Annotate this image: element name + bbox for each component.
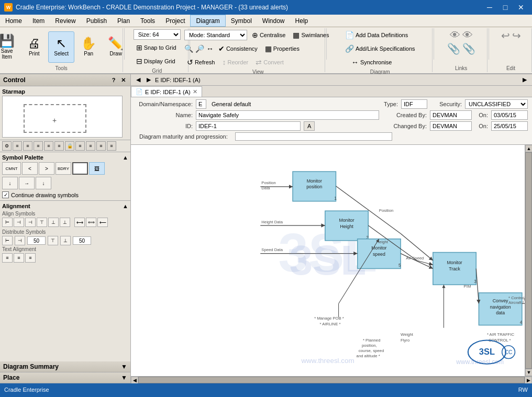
align-left[interactable]: ⊢ <box>2 218 13 227</box>
tool-btn-4[interactable]: ≡ <box>34 141 43 151</box>
sym-bdry[interactable]: BDRY <box>56 162 71 175</box>
distribute-input-1[interactable]: 50 <box>27 236 46 245</box>
align-top[interactable]: ⊤ <box>37 218 47 227</box>
alignment-collapse[interactable]: ▲ <box>123 203 128 209</box>
text-left[interactable]: ≡ <box>2 253 13 263</box>
tab-idef1[interactable]: 📄 E IDF: IDEF-1 (A) ✕ <box>131 86 202 97</box>
created-on-field[interactable] <box>491 110 528 120</box>
nav-forward-button[interactable]: ▶ <box>145 76 153 84</box>
align-dist-3[interactable]: ⟵ <box>97 218 108 227</box>
id-btn[interactable]: A <box>304 121 315 131</box>
draw-button[interactable]: ✏️ Draw <box>103 31 129 63</box>
tool-btn-9[interactable]: ≡ <box>86 141 95 151</box>
align-dist-v[interactable]: ⟺ <box>86 218 96 227</box>
convert-button[interactable]: ⇄ Convert <box>253 56 286 68</box>
security-select[interactable]: UNCLASSIFIED <box>465 99 528 109</box>
menu-diagram[interactable]: Diagram <box>190 15 225 27</box>
scroll-thumb-h[interactable] <box>138 377 525 383</box>
tab-close-button[interactable]: ✕ <box>193 88 197 95</box>
select-button[interactable]: ↖ Select <box>48 31 74 63</box>
summary-expand[interactable]: ▼ <box>121 363 127 370</box>
diagram-canvas[interactable]: 3SL www.threesl.com 3SL www.threesl.com … <box>131 145 525 376</box>
menu-review[interactable]: Review <box>50 15 81 27</box>
dist-icon-2[interactable]: ⊣ <box>15 236 25 245</box>
menu-item[interactable]: Item <box>27 15 50 27</box>
print-button[interactable]: 🖨 Print <box>21 31 47 63</box>
text-right[interactable]: ≡ <box>25 253 36 263</box>
menu-publish[interactable]: Publish <box>81 15 112 27</box>
maturity-bar[interactable] <box>235 132 392 141</box>
sym-next[interactable]: > <box>39 162 54 175</box>
changed-by-field[interactable] <box>430 121 472 131</box>
align-center-h[interactable]: ⊥ <box>48 218 59 227</box>
align-right[interactable]: ⊣ <box>25 218 36 227</box>
sym-arrow-down[interactable]: ↓ <box>2 177 18 189</box>
reorder-button[interactable]: ↕ Reorder <box>219 56 251 68</box>
sym-rect[interactable] <box>72 162 88 175</box>
sym-arrow-down2[interactable]: ↓ <box>36 177 51 189</box>
menu-tools[interactable]: Tools <box>135 15 160 27</box>
continue-drawing-checkbox[interactable] <box>2 191 9 198</box>
menu-plan[interactable]: Plan <box>112 15 135 27</box>
tool-btn-2[interactable]: ≡ <box>13 141 22 151</box>
distribute-input-2[interactable]: 50 <box>73 236 91 245</box>
tool-btn-6[interactable]: ≡ <box>54 141 64 151</box>
tool-btn-8[interactable]: ≡ <box>75 141 85 151</box>
menu-window[interactable]: Window <box>257 15 290 27</box>
dist-icon-1[interactable]: ⊢ <box>2 236 13 245</box>
tool-btn-5[interactable]: ≡ <box>44 141 53 151</box>
display-grid-button[interactable]: ⊟ Display Grid <box>134 55 178 67</box>
maximize-button[interactable]: □ <box>498 2 512 13</box>
menu-symbol[interactable]: Symbol <box>226 15 257 27</box>
dist-icon-3[interactable]: ⊤ <box>48 236 58 245</box>
name-field[interactable] <box>196 110 379 120</box>
created-by-field[interactable] <box>430 110 472 120</box>
tool-btn-10[interactable]: ≡ <box>96 141 106 151</box>
pan-button[interactable]: ✋ Pan <box>75 31 102 63</box>
menu-home[interactable]: Home <box>0 15 27 27</box>
domain-field[interactable] <box>196 99 206 109</box>
help-button[interactable]: ? <box>109 76 118 84</box>
place-expand[interactable]: ▼ <box>121 374 127 381</box>
scroll-left-button[interactable]: ◀ <box>131 377 138 383</box>
sym-cmnt[interactable]: CMNT <box>2 162 21 175</box>
horizontal-scrollbar[interactable]: ◀ ▶ <box>131 376 532 383</box>
synchronise-button[interactable]: ↔ Synchronise <box>342 56 395 68</box>
text-center[interactable]: ≡ <box>14 253 24 263</box>
save-item-button[interactable]: 💾 Save Item <box>0 31 20 63</box>
type-field[interactable] <box>401 99 427 109</box>
scroll-right-button[interactable]: ▶ <box>525 377 532 383</box>
changed-on-field[interactable] <box>491 121 528 131</box>
minimize-button[interactable]: ─ <box>483 2 496 13</box>
menu-help[interactable]: Help <box>290 15 314 27</box>
panel-close-button[interactable]: ✕ <box>119 76 127 84</box>
snap-to-grid-button[interactable]: ⊞ Snap to Grid <box>134 42 179 53</box>
id-field[interactable] <box>196 121 301 131</box>
sym-arrow-right[interactable]: → <box>19 177 35 189</box>
nav-back-button[interactable]: ◀ <box>134 76 142 84</box>
properties-button[interactable]: ▦ Properties <box>262 43 302 54</box>
consistency-button[interactable]: ✔ Consistency <box>216 43 260 54</box>
add-data-definitions-button[interactable]: 📄 Add Data Definitions <box>342 29 411 41</box>
sym-prev[interactable]: < <box>22 162 38 175</box>
align-center-v[interactable]: ⊣ <box>14 218 24 227</box>
palette-collapse[interactable]: ▲ <box>123 154 128 161</box>
expand-breadcrumb[interactable]: ▶ <box>520 76 529 84</box>
tool-btn-3[interactable]: ≡ <box>23 141 32 151</box>
centralise-button[interactable]: ⊕ Centralise <box>249 29 289 41</box>
mode-select[interactable]: Mode: Standard <box>184 30 247 40</box>
refresh-button[interactable]: ↺ Refresh <box>184 56 218 68</box>
starmap-canvas[interactable]: + <box>2 96 123 138</box>
scroll-up-button[interactable]: ▲ <box>525 145 532 152</box>
tool-btn-11[interactable]: ≡ <box>107 141 116 151</box>
sym-image[interactable]: 🖼 <box>89 162 105 175</box>
scroll-thumb-v[interactable] <box>525 152 532 369</box>
align-bottom[interactable]: ⊥ <box>60 218 70 227</box>
tool-btn-7[interactable]: 🔒 <box>65 141 74 151</box>
menu-project[interactable]: Project <box>160 15 190 27</box>
size-select[interactable]: Size: 64 <box>134 29 181 40</box>
vertical-scrollbar[interactable]: ▲ ▼ <box>525 145 532 376</box>
align-dist-h[interactable]: ⟷ <box>74 218 85 227</box>
close-button[interactable]: ✕ <box>514 2 528 13</box>
tool-btn-1[interactable]: ⚙ <box>2 141 12 151</box>
